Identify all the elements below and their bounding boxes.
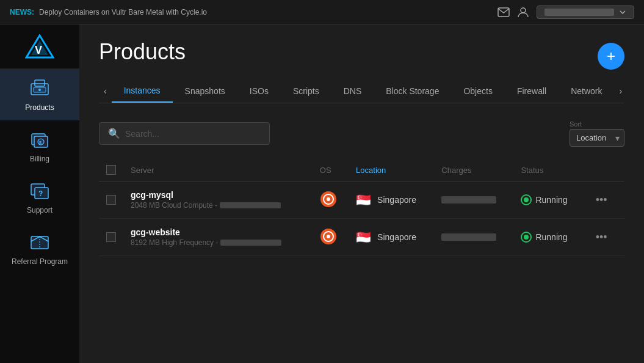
mail-button[interactable] bbox=[497, 7, 510, 17]
sort-select[interactable]: Location Name Status Charges bbox=[570, 129, 624, 147]
status-dot-inner bbox=[524, 197, 529, 202]
sidebar-support-label: Support bbox=[27, 206, 52, 215]
tab-block-storage[interactable]: Block Storage bbox=[374, 80, 451, 102]
tab-isos[interactable]: ISOs bbox=[237, 80, 281, 102]
svg-rect-0 bbox=[498, 8, 509, 16]
table-row: gcg-mysql 2048 MB Cloud Compute - 🇸🇬 Sin… bbox=[99, 182, 624, 219]
status-label: Running bbox=[535, 232, 567, 242]
row-more-button[interactable]: ••• bbox=[591, 191, 612, 209]
col-status: Status bbox=[513, 159, 583, 182]
tab-firewall[interactable]: Firewall bbox=[505, 80, 559, 102]
news-label: NEWS: bbox=[10, 8, 34, 16]
col-actions bbox=[584, 159, 624, 182]
top-bar-icons bbox=[497, 6, 634, 19]
tab-arrow-right[interactable]: › bbox=[615, 80, 628, 102]
os-icon bbox=[320, 191, 337, 208]
billing-icon: $ bbox=[29, 129, 51, 151]
referral-icon bbox=[29, 232, 51, 254]
status-dot-inner bbox=[524, 235, 529, 240]
sidebar-item-billing[interactable]: $ Billing bbox=[0, 120, 79, 172]
row-checkbox[interactable] bbox=[106, 232, 116, 242]
tab-arrow-left[interactable]: ‹ bbox=[99, 80, 112, 102]
sort-label: Sort bbox=[570, 120, 624, 128]
products-icon bbox=[29, 78, 51, 100]
sidebar-products-label: Products bbox=[25, 103, 54, 112]
tab-objects[interactable]: Objects bbox=[451, 80, 504, 102]
account-dropdown[interactable] bbox=[537, 6, 634, 19]
status-cell: Running bbox=[521, 194, 576, 205]
sidebar-billing-label: Billing bbox=[30, 155, 49, 163]
sidebar-item-referral[interactable]: Referral Program bbox=[0, 223, 79, 274]
logo-area: V bbox=[0, 24, 79, 69]
server-sub: 2048 MB Cloud Compute - bbox=[131, 201, 305, 210]
flag-icon: 🇸🇬 bbox=[356, 193, 371, 207]
sidebar-item-support[interactable]: ? Support bbox=[0, 172, 79, 223]
sidebar-referral-label: Referral Program bbox=[12, 257, 68, 266]
svg-point-20 bbox=[327, 197, 330, 201]
server-name: gcg-mysql bbox=[131, 190, 305, 200]
support-icon: ? bbox=[29, 180, 51, 202]
tab-snapshots[interactable]: Snapshots bbox=[173, 80, 237, 102]
flag-icon: 🇸🇬 bbox=[356, 230, 371, 244]
svg-point-23 bbox=[327, 235, 330, 238]
svg-point-8 bbox=[38, 89, 41, 91]
sort-box: Sort Location Name Status Charges bbox=[570, 120, 624, 147]
server-name: gcg-website bbox=[131, 227, 305, 237]
select-all-checkbox[interactable] bbox=[106, 165, 116, 175]
tab-network[interactable]: Network bbox=[559, 80, 614, 102]
col-location: Location bbox=[349, 159, 434, 182]
charges-bar bbox=[441, 233, 496, 241]
status-cell: Running bbox=[521, 232, 576, 243]
svg-point-1 bbox=[521, 8, 526, 13]
account-button[interactable] bbox=[517, 6, 529, 18]
svg-text:V: V bbox=[35, 44, 42, 56]
location-name: Singapore bbox=[377, 232, 416, 242]
tab-dns[interactable]: DNS bbox=[331, 80, 374, 102]
svg-rect-6 bbox=[35, 80, 45, 86]
search-box: 🔍 bbox=[99, 122, 270, 145]
status-indicator bbox=[521, 232, 532, 243]
top-bar: NEWS: Deploy Containers on Vultr Bare Me… bbox=[0, 0, 644, 24]
server-sub: 8192 MB High Frequency - bbox=[131, 238, 305, 247]
main-content: Products ‹ Instances Snapshots ISOs Scri… bbox=[79, 24, 644, 363]
sidebar: V Products $ bbox=[0, 24, 79, 363]
col-os: OS bbox=[313, 159, 349, 182]
sort-wrapper: Location Name Status Charges bbox=[570, 129, 624, 147]
charges-bar bbox=[441, 196, 496, 204]
svg-text:$: $ bbox=[39, 141, 42, 145]
row-checkbox[interactable] bbox=[106, 195, 116, 205]
add-button[interactable]: + bbox=[598, 43, 624, 70]
status-indicator bbox=[521, 194, 532, 205]
servers-table: Server OS Location Charges Status gcg-my… bbox=[99, 159, 624, 256]
search-icon: 🔍 bbox=[108, 128, 120, 139]
col-charges: Charges bbox=[434, 159, 513, 182]
tab-instances[interactable]: Instances bbox=[112, 79, 173, 103]
sidebar-item-products[interactable]: Products bbox=[0, 69, 79, 120]
row-more-button[interactable]: ••• bbox=[591, 229, 612, 246]
location-name: Singapore bbox=[377, 195, 416, 205]
main-layout: V Products $ bbox=[0, 24, 644, 363]
tabs-bar: ‹ Instances Snapshots ISOs Scripts DNS B… bbox=[99, 79, 624, 103]
toolbar: 🔍 Sort Location Name Status Charges bbox=[99, 120, 624, 147]
table-row: gcg-website 8192 MB High Frequency - 🇸🇬 … bbox=[99, 219, 624, 256]
tab-scripts[interactable]: Scripts bbox=[281, 80, 331, 102]
search-input[interactable] bbox=[125, 129, 261, 139]
os-icon bbox=[320, 228, 337, 245]
page-title: Products bbox=[99, 39, 624, 65]
status-label: Running bbox=[535, 195, 567, 205]
col-server: Server bbox=[123, 159, 313, 182]
svg-text:?: ? bbox=[38, 189, 43, 198]
news-text: Deploy Containers on Vultr Bare Metal wi… bbox=[39, 8, 207, 16]
